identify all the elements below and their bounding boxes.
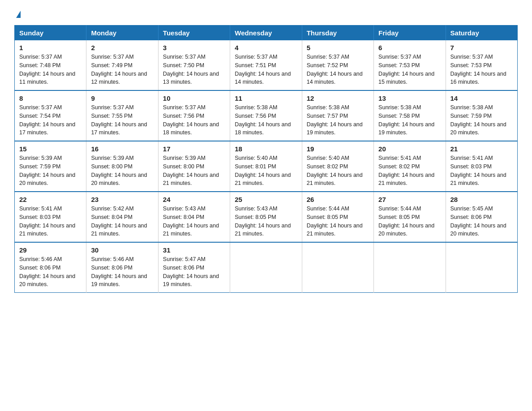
day-number: 7 — [450, 44, 513, 51]
calendar-header: SundayMondayTuesdayWednesdayThursdayFrid… — [15, 26, 518, 41]
day-info: Sunrise: 5:41 AMSunset: 8:02 PMDaylight:… — [378, 154, 441, 188]
day-cell: 26Sunrise: 5:44 AMSunset: 8:05 PMDayligh… — [302, 192, 373, 242]
day-number: 22 — [19, 196, 82, 203]
day-info: Sunrise: 5:38 AMSunset: 7:56 PMDaylight:… — [235, 103, 297, 137]
day-cell: 13Sunrise: 5:38 AMSunset: 7:58 PMDayligh… — [374, 90, 446, 141]
day-cell: 17Sunrise: 5:39 AMSunset: 8:00 PMDayligh… — [158, 141, 230, 192]
header-monday: Monday — [86, 26, 158, 41]
day-info: Sunrise: 5:40 AMSunset: 8:02 PMDaylight:… — [307, 154, 369, 188]
day-info: Sunrise: 5:37 AMSunset: 7:53 PMDaylight:… — [450, 53, 513, 86]
day-cell: 22Sunrise: 5:41 AMSunset: 8:03 PMDayligh… — [15, 192, 86, 242]
day-info: Sunrise: 5:38 AMSunset: 7:58 PMDaylight:… — [378, 103, 441, 137]
week-row-5: 29Sunrise: 5:46 AMSunset: 8:06 PMDayligh… — [15, 242, 518, 293]
day-number: 20 — [378, 145, 441, 153]
week-row-1: 1Sunrise: 5:37 AMSunset: 7:48 PMDaylight… — [15, 40, 518, 90]
day-number: 2 — [91, 44, 153, 51]
day-number: 6 — [378, 44, 441, 51]
day-cell: 6Sunrise: 5:37 AMSunset: 7:53 PMDaylight… — [374, 40, 446, 90]
day-number: 26 — [307, 196, 369, 203]
day-info: Sunrise: 5:47 AMSunset: 8:06 PMDaylight:… — [163, 255, 225, 289]
day-cell: 21Sunrise: 5:41 AMSunset: 8:03 PMDayligh… — [446, 141, 517, 192]
day-info: Sunrise: 5:46 AMSunset: 8:06 PMDaylight:… — [19, 255, 82, 289]
day-number: 3 — [163, 44, 225, 51]
day-number: 23 — [91, 196, 153, 203]
header-wednesday: Wednesday — [230, 26, 302, 41]
day-number: 21 — [450, 145, 513, 153]
day-cell — [374, 242, 446, 293]
day-number: 4 — [235, 44, 297, 51]
day-cell: 3Sunrise: 5:37 AMSunset: 7:50 PMDaylight… — [158, 40, 230, 90]
day-cell: 25Sunrise: 5:43 AMSunset: 8:05 PMDayligh… — [230, 192, 302, 242]
week-row-2: 8Sunrise: 5:37 AMSunset: 7:54 PMDaylight… — [15, 90, 518, 141]
day-info: Sunrise: 5:40 AMSunset: 8:01 PMDaylight:… — [235, 154, 297, 188]
day-cell: 9Sunrise: 5:37 AMSunset: 7:55 PMDaylight… — [86, 90, 158, 141]
day-cell: 23Sunrise: 5:42 AMSunset: 8:04 PMDayligh… — [86, 192, 158, 242]
header-row: SundayMondayTuesdayWednesdayThursdayFrid… — [15, 26, 518, 41]
day-info: Sunrise: 5:42 AMSunset: 8:04 PMDaylight:… — [91, 205, 153, 238]
day-cell: 5Sunrise: 5:37 AMSunset: 7:52 PMDaylight… — [302, 40, 373, 90]
day-cell — [302, 242, 373, 293]
day-info: Sunrise: 5:43 AMSunset: 8:04 PMDaylight:… — [163, 205, 225, 238]
day-number: 15 — [19, 145, 82, 153]
day-number: 1 — [19, 44, 82, 51]
day-number: 19 — [307, 145, 369, 153]
day-number: 28 — [450, 196, 513, 203]
day-number: 27 — [378, 196, 441, 203]
day-info: Sunrise: 5:38 AMSunset: 7:59 PMDaylight:… — [450, 103, 513, 137]
day-cell: 2Sunrise: 5:37 AMSunset: 7:49 PMDaylight… — [86, 40, 158, 90]
day-cell: 10Sunrise: 5:37 AMSunset: 7:56 PMDayligh… — [158, 90, 230, 141]
day-cell — [446, 242, 517, 293]
day-info: Sunrise: 5:44 AMSunset: 8:05 PMDaylight:… — [378, 205, 441, 238]
day-number: 14 — [450, 94, 513, 102]
day-cell: 11Sunrise: 5:38 AMSunset: 7:56 PMDayligh… — [230, 90, 302, 141]
week-row-4: 22Sunrise: 5:41 AMSunset: 8:03 PMDayligh… — [15, 192, 518, 242]
day-info: Sunrise: 5:44 AMSunset: 8:05 PMDaylight:… — [307, 205, 369, 238]
day-cell: 29Sunrise: 5:46 AMSunset: 8:06 PMDayligh… — [15, 242, 86, 293]
day-number: 30 — [91, 246, 153, 254]
header-thursday: Thursday — [302, 26, 373, 41]
day-info: Sunrise: 5:37 AMSunset: 7:53 PMDaylight:… — [378, 53, 441, 86]
calendar-table: SundayMondayTuesdayWednesdayThursdayFrid… — [14, 25, 518, 293]
day-info: Sunrise: 5:39 AMSunset: 7:59 PMDaylight:… — [19, 154, 82, 188]
day-cell: 20Sunrise: 5:41 AMSunset: 8:02 PMDayligh… — [374, 141, 446, 192]
day-cell: 16Sunrise: 5:39 AMSunset: 8:00 PMDayligh… — [86, 141, 158, 192]
day-info: Sunrise: 5:39 AMSunset: 8:00 PMDaylight:… — [91, 154, 153, 188]
day-number: 24 — [163, 196, 225, 203]
day-cell: 14Sunrise: 5:38 AMSunset: 7:59 PMDayligh… — [446, 90, 517, 141]
day-cell: 19Sunrise: 5:40 AMSunset: 8:02 PMDayligh… — [302, 141, 373, 192]
day-cell: 15Sunrise: 5:39 AMSunset: 7:59 PMDayligh… — [15, 141, 86, 192]
page-header — [14, 11, 518, 18]
day-number: 10 — [163, 94, 225, 102]
week-row-3: 15Sunrise: 5:39 AMSunset: 7:59 PMDayligh… — [15, 141, 518, 192]
day-number: 12 — [307, 94, 369, 102]
day-number: 18 — [235, 145, 297, 153]
day-info: Sunrise: 5:37 AMSunset: 7:48 PMDaylight:… — [19, 53, 82, 86]
day-number: 9 — [91, 94, 153, 102]
day-number: 5 — [307, 44, 369, 51]
day-number: 11 — [235, 94, 297, 102]
day-number: 16 — [91, 145, 153, 153]
header-tuesday: Tuesday — [158, 26, 230, 41]
day-cell — [230, 242, 302, 293]
day-number: 29 — [19, 246, 82, 254]
day-cell: 27Sunrise: 5:44 AMSunset: 8:05 PMDayligh… — [374, 192, 446, 242]
day-info: Sunrise: 5:39 AMSunset: 8:00 PMDaylight:… — [163, 154, 225, 188]
day-info: Sunrise: 5:41 AMSunset: 8:03 PMDaylight:… — [450, 154, 513, 188]
header-friday: Friday — [374, 26, 446, 41]
day-cell: 8Sunrise: 5:37 AMSunset: 7:54 PMDaylight… — [15, 90, 86, 141]
day-info: Sunrise: 5:37 AMSunset: 7:49 PMDaylight:… — [91, 53, 153, 86]
day-info: Sunrise: 5:37 AMSunset: 7:51 PMDaylight:… — [235, 53, 297, 86]
day-info: Sunrise: 5:37 AMSunset: 7:56 PMDaylight:… — [163, 103, 225, 137]
logo — [14, 11, 21, 18]
day-cell: 28Sunrise: 5:45 AMSunset: 8:06 PMDayligh… — [446, 192, 517, 242]
day-number: 31 — [163, 246, 225, 254]
day-number: 25 — [235, 196, 297, 203]
day-info: Sunrise: 5:37 AMSunset: 7:50 PMDaylight:… — [163, 53, 225, 86]
day-cell: 4Sunrise: 5:37 AMSunset: 7:51 PMDaylight… — [230, 40, 302, 90]
day-cell: 31Sunrise: 5:47 AMSunset: 8:06 PMDayligh… — [158, 242, 230, 293]
header-saturday: Saturday — [446, 26, 517, 41]
logo-triangle-icon — [16, 11, 21, 18]
day-info: Sunrise: 5:46 AMSunset: 8:06 PMDaylight:… — [91, 255, 153, 289]
day-number: 17 — [163, 145, 225, 153]
day-number: 13 — [378, 94, 441, 102]
